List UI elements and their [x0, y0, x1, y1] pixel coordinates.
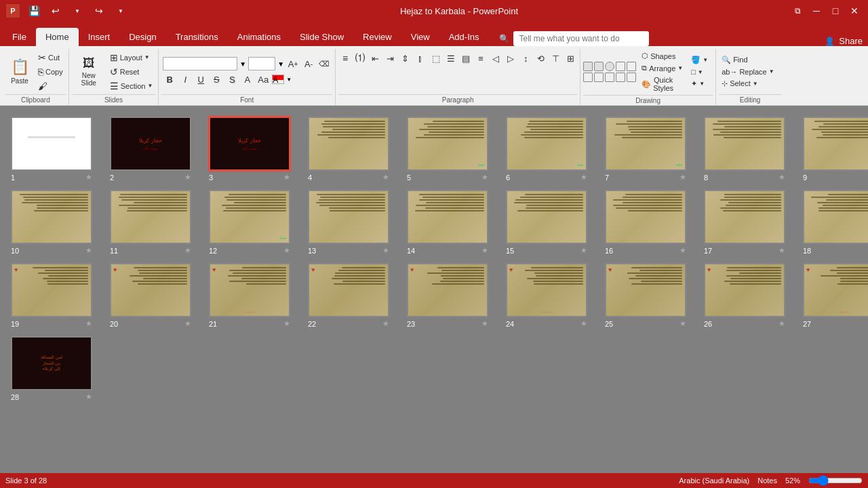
save-button[interactable]: 💾	[26, 3, 42, 19]
font-name-dropdown[interactable]: ▼	[239, 60, 246, 68]
add-col-button[interactable]: ⫿	[413, 52, 427, 65]
shape-triangle[interactable]	[616, 62, 625, 71]
justify-button[interactable]: ≡	[474, 52, 488, 65]
tab-review[interactable]: Review	[353, 28, 401, 46]
slide-thumb[interactable]: ♥	[308, 263, 389, 317]
font-size-input[interactable]: 10	[248, 57, 275, 70]
slide-item-15[interactable]: 15 ★	[506, 190, 594, 255]
case-button[interactable]: Aa	[256, 73, 270, 86]
shape-pentagon[interactable]	[594, 73, 604, 82]
tab-design[interactable]: Design	[119, 28, 165, 46]
slide-item-25[interactable]: ♥ 25 ★	[605, 263, 693, 328]
find-button[interactable]: 🔍 Find	[719, 54, 777, 66]
ribbon-display-button[interactable]: ⧉	[789, 3, 806, 19]
tab-animations[interactable]: Animations	[228, 28, 290, 46]
zoom-slider[interactable]	[808, 476, 863, 485]
ltr-button[interactable]: ▷	[504, 52, 517, 65]
shape-arrow[interactable]	[627, 62, 636, 71]
shape-square[interactable]	[583, 62, 593, 71]
slide-thumb[interactable]	[506, 190, 587, 244]
slide-item-3[interactable]: حجاز کربلا بسم الله 3 ★	[209, 117, 297, 182]
section-button[interactable]: ☰ Section ▼	[107, 79, 156, 93]
close-button[interactable]: ✕	[846, 3, 863, 19]
slide-star[interactable]: ★	[580, 319, 587, 328]
col-spacing-button[interactable]: ⇕	[398, 52, 412, 65]
slide-thumb[interactable]: ♥	[110, 263, 191, 317]
slide-star[interactable]: ★	[679, 246, 686, 255]
bold-button[interactable]: B	[163, 73, 176, 86]
tab-insert[interactable]: Insert	[79, 28, 120, 46]
decrease-font-button[interactable]: A-	[302, 57, 315, 70]
slide-star[interactable]: ★	[679, 319, 686, 328]
font-color-dropdown[interactable]: ▼	[286, 77, 292, 83]
slide-thumb[interactable]: ●●●	[209, 190, 290, 244]
format-painter-button[interactable]: 🖌	[35, 79, 66, 93]
align-left-button[interactable]: ⬚	[429, 52, 443, 65]
slide-item-17[interactable]: 17 ★	[704, 190, 792, 255]
arrange-button[interactable]: ⧉ Arrange ▼	[639, 62, 686, 74]
slide-item-1[interactable]: 1 ★	[11, 117, 99, 182]
bullets-button[interactable]: ≡	[338, 52, 352, 65]
shape-effects-button[interactable]: ✦ ▼	[688, 78, 711, 89]
slide-item-16[interactable]: 16 ★	[605, 190, 693, 255]
slide-star[interactable]: ★	[382, 173, 389, 182]
slide-star[interactable]: ★	[679, 173, 686, 182]
slide-star[interactable]: ★	[580, 246, 587, 255]
quick-styles-button[interactable]: 🎨 QuickStyles	[639, 75, 686, 94]
slide-star[interactable]: ★	[778, 173, 785, 182]
slide-item-4[interactable]: 4 ★	[308, 117, 396, 182]
slide-star[interactable]: ★	[85, 246, 92, 255]
slide-thumb[interactable]	[803, 117, 868, 171]
clear-format-button[interactable]: ⌫	[317, 57, 331, 70]
rtl-button[interactable]: ◁	[489, 52, 502, 65]
slide-item-26[interactable]: ♥ 26 ★	[704, 263, 792, 328]
notes-button[interactable]: Notes	[757, 476, 777, 485]
slide-star[interactable]: ★	[382, 319, 389, 328]
align-text-button[interactable]: ⊤	[549, 52, 562, 65]
slide-star[interactable]: ★	[85, 173, 92, 182]
slide-thumb[interactable]	[704, 190, 785, 244]
decrease-indent-button[interactable]: ⇤	[368, 52, 382, 65]
align-right-button[interactable]: ▤	[459, 52, 473, 65]
shadow-button[interactable]: S	[225, 73, 239, 86]
slide-star[interactable]: ★	[580, 173, 587, 182]
tab-transitions[interactable]: Transitions	[166, 28, 228, 46]
slide-star[interactable]: ★	[778, 319, 785, 328]
line-spacing-button[interactable]: ↕	[519, 52, 532, 65]
slide-item-6[interactable]: ●●● 6 ★	[506, 117, 594, 182]
slide-item-7[interactable]: ●●● 7 ★	[605, 117, 693, 182]
slide-thumb[interactable]	[110, 190, 191, 244]
slide-thumb[interactable]	[803, 190, 868, 244]
tab-view[interactable]: View	[401, 28, 439, 46]
char-spacing-button[interactable]: A	[241, 73, 254, 86]
slide-item-23[interactable]: ♥ 23 ★	[407, 263, 495, 328]
text-direction-button[interactable]: ⟲	[534, 52, 547, 65]
slide-star[interactable]: ★	[778, 246, 785, 255]
cut-button[interactable]: ✂ Cut	[35, 51, 66, 64]
slide-star[interactable]: ★	[382, 246, 389, 255]
select-button[interactable]: ⊹ Select ▼	[719, 78, 777, 89]
slide-item-12[interactable]: ●●● 12 ★	[209, 190, 297, 255]
tab-slideshow[interactable]: Slide Show	[290, 28, 353, 46]
slide-thumb[interactable]	[308, 117, 389, 171]
slide-star[interactable]: ★	[283, 246, 290, 255]
slide-item-20[interactable]: ♥ 20 ★	[110, 263, 198, 328]
search-input[interactable]	[513, 31, 649, 46]
shape-outline-button[interactable]: □ ▼	[688, 66, 711, 77]
slide-thumb[interactable]: ♥	[407, 263, 488, 317]
redo-button[interactable]: ↪	[91, 3, 107, 19]
shape-diamond[interactable]	[583, 73, 593, 82]
slide-thumb[interactable]	[11, 190, 92, 244]
strikethrough-button[interactable]: S	[210, 73, 223, 86]
slide-star[interactable]: ★	[184, 246, 191, 255]
slide-item-19[interactable]: ♥ 19 ★	[11, 263, 99, 328]
slide-star[interactable]: ★	[481, 319, 488, 328]
customize-qat[interactable]: ▼	[113, 3, 129, 19]
slide-thumb[interactable]	[407, 190, 488, 244]
slide-item-8[interactable]: 8 ★	[704, 117, 792, 182]
undo-button[interactable]: ↩	[47, 3, 64, 19]
slide-thumb[interactable]: ●●●	[605, 117, 686, 171]
slide-thumb[interactable]: ♥	[11, 263, 92, 317]
shape-star[interactable]	[605, 73, 614, 82]
maximize-button[interactable]: □	[827, 3, 844, 19]
